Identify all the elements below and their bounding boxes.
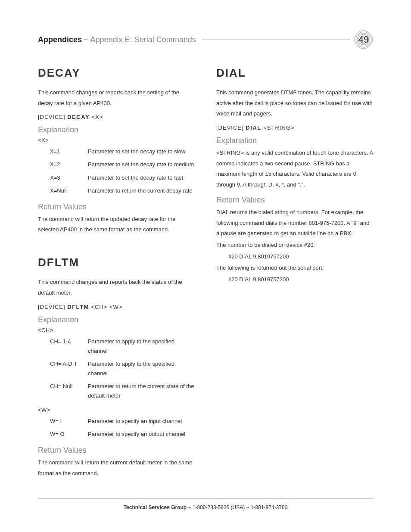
dfltm-ch-label: <CH> <box>38 327 195 333</box>
decay-return-text: The command will return the updated deca… <box>38 214 195 235</box>
decay-explanation-heading: Explanation <box>38 125 195 134</box>
breadcrumb: Appendices ~ Appendix E: Serial Commands <box>38 35 196 44</box>
syntax-args: <X> <box>90 114 103 120</box>
dial-example-label-2: The following is returned out the serial… <box>216 263 373 274</box>
dial-explanation-text: <STRING> is any valid combination of tou… <box>216 148 373 190</box>
dfltm-ch-table: CH= 1-4Parameter to apply to the specifi… <box>50 335 195 403</box>
syntax-prefix: [DEVICE] <box>38 304 67 310</box>
page-number: 49 <box>354 30 373 49</box>
footer-contact: ~ 1-800-283-5936 (USA) ~ 1-801-974-3760 <box>187 504 287 510</box>
decay-return-heading: Return Values <box>38 202 195 212</box>
dial-return-text: DIAL returns the dialed string of number… <box>216 207 373 239</box>
decay-intro: This command changes or reports back the… <box>38 87 195 109</box>
dial-example-code-2: #20 DIAL 9,8019757200 <box>228 274 373 285</box>
syntax-command: DECAY <box>67 114 90 120</box>
header-rule <box>202 40 350 40</box>
dial-example-code-1: #20 DIAL 9,8019757200 <box>228 252 373 262</box>
table-row: X=3Parameter to set the decay rate to fa… <box>50 171 194 184</box>
footer-group: Technical Services Group <box>124 504 187 510</box>
table-row: CH= NullParameter to return the current … <box>50 380 195 402</box>
dial-example-label-1: The number to be dialed on device #20: <box>216 240 373 251</box>
syntax-prefix: [DEVICE] <box>216 124 246 131</box>
dial-intro: This command generates DTMF tones. The c… <box>216 87 373 119</box>
dfltm-return-heading: Return Values <box>38 446 195 455</box>
breadcrumb-sep: ~ <box>82 35 90 44</box>
left-column: DECAY This command changes or reports ba… <box>38 63 195 484</box>
breadcrumb-sub: Appendix E: Serial Commands <box>90 35 196 44</box>
syntax-args: <CH> <W> <box>89 304 123 310</box>
dial-return-heading: Return Values <box>216 196 373 205</box>
syntax-command: DIAL <box>246 124 261 131</box>
decay-params-table: X=1Parameter to set the decay rate to sl… <box>50 145 194 197</box>
table-row: W= OParameter to specify an output chann… <box>50 428 185 441</box>
content-columns: DECAY This command changes or reports ba… <box>38 63 373 484</box>
dial-syntax: [DEVICE] DIAL <STRING> <box>216 124 373 131</box>
table-row: X=2Parameter to set the decay rate to me… <box>50 158 194 171</box>
dfltm-return-text: The command will return the current defa… <box>38 457 195 479</box>
dial-title: DIAL <box>216 66 373 80</box>
decay-param-label: <X> <box>38 137 195 143</box>
table-row: CH= 1-4Parameter to apply to the specifi… <box>50 335 195 358</box>
dfltm-explanation-heading: Explanation <box>38 315 195 324</box>
dfltm-w-table: W= IParameter to specify an input channe… <box>50 415 185 441</box>
page-footer: Technical Services Group ~ 1-800-283-593… <box>38 498 373 510</box>
dfltm-title: DFLTM <box>38 256 195 269</box>
table-row: CH= A-D,TParameter to apply to the speci… <box>50 358 195 380</box>
dfltm-syntax: [DEVICE] DFLTM <CH> <W> <box>38 304 195 310</box>
syntax-prefix: [DEVICE] <box>38 114 67 120</box>
dfltm-w-label: <W> <box>38 407 195 413</box>
page-number-badge: 49 <box>354 30 373 49</box>
syntax-args: <STRING> <box>262 124 295 131</box>
breadcrumb-section: Appendices <box>38 35 82 44</box>
decay-syntax: [DEVICE] DECAY <X> <box>38 114 195 120</box>
dfltm-intro: This command changes and reports back th… <box>38 277 195 298</box>
table-row: X=1Parameter to set the decay rate to sl… <box>50 145 194 158</box>
syntax-command: DFLTM <box>67 304 89 310</box>
decay-title: DECAY <box>38 66 195 80</box>
right-column: DIAL This command generates DTMF tones. … <box>216 63 373 484</box>
dial-explanation-heading: Explanation <box>216 136 373 145</box>
table-row: X=NullParameter to return the current de… <box>50 184 194 197</box>
page-header: Appendices ~ Appendix E: Serial Commands… <box>38 30 373 49</box>
table-row: W= IParameter to specify an input channe… <box>50 415 185 428</box>
